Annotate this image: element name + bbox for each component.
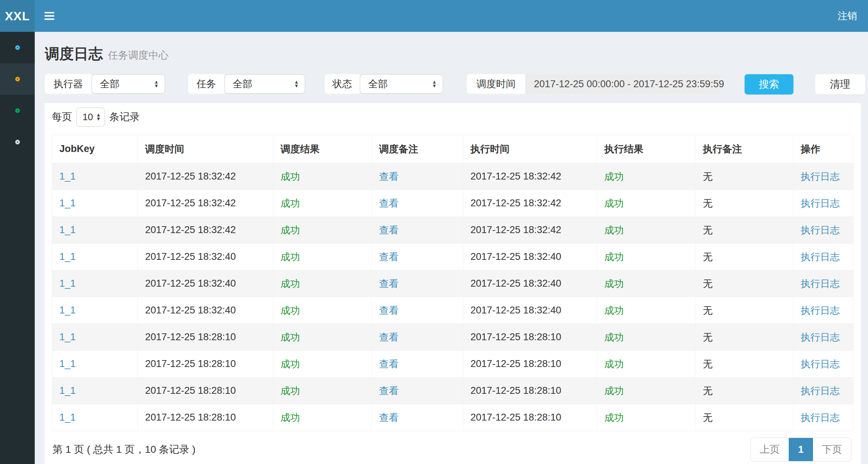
search-button[interactable]: 搜索 [745,74,793,94]
exec-log-link[interactable]: 执行日志 [801,305,840,316]
jobkey-link[interactable]: 1_1 [59,251,76,262]
jobkey-link[interactable]: 1_1 [59,278,76,289]
handle-time-cell-container: 2017-12-25 18:28:10 [463,351,597,377]
handle-msg-cell-container: 无 [695,324,793,351]
circle-outline-icon [15,108,20,113]
column-header-6: 执行备注 [695,135,793,163]
handle-time-cell-container: 2017-12-25 18:32:40 [463,270,597,297]
table-row: 1_12017-12-25 18:28:10成功查看2017-12-25 18:… [52,377,854,404]
exec-log-link[interactable]: 执行日志 [801,198,840,209]
page-size-select[interactable]: 10 ▲▼ [76,107,105,127]
sidebar-toggle-button[interactable] [45,8,61,24]
jobkey-link[interactable]: 1_1 [59,198,76,208]
exec-log-link-container: 执行日志 [793,163,853,190]
exec-log-link[interactable]: 执行日志 [801,359,840,370]
table-row: 1_12017-12-25 18:28:10成功查看2017-12-25 18:… [52,324,854,351]
handle-result-cell-container: 成功 [597,404,695,431]
jobkey-link[interactable]: 1_1 [59,385,76,396]
sidebar-item-2[interactable] [0,95,35,126]
navbar-body: 注销 [35,0,868,32]
trigger-msg-link[interactable]: 查看 [379,359,399,370]
trigger-msg-link[interactable]: 查看 [379,305,399,316]
handle-result-cell-container: 成功 [597,297,695,324]
trigger-msg-link-container: 查看 [372,163,463,190]
jobkey-link[interactable]: 1_1 [59,358,76,369]
exec-log-link[interactable]: 执行日志 [801,332,840,343]
sidebar-item-0[interactable] [0,32,35,63]
exec-log-link[interactable]: 执行日志 [801,412,840,423]
page-size-prefix: 每页 [52,110,72,124]
trigger-msg-link[interactable]: 查看 [379,385,399,396]
trigger-result-cell-container: 成功 [273,217,372,244]
handle-time-cell-container: 2017-12-25 18:32:40 [463,297,597,324]
app-logo: XXL [0,0,35,32]
pagination-summary: 第 1 页 ( 总共 1 页，10 条记录 ) [52,443,195,456]
prev-page-button[interactable]: 上页 [751,438,789,461]
executor-select[interactable]: 全部 ▲▼ [92,74,165,94]
handle-result-cell-container: 成功 [597,217,695,244]
trigger-result-cell-container: 成功 [273,270,372,297]
sidebar-item-3[interactable] [0,126,35,158]
exec-log-link-container: 执行日志 [793,190,853,217]
table-row: 1_12017-12-25 18:32:42成功查看2017-12-25 18:… [52,217,854,244]
pagination: 上页 1 下页 [750,438,851,461]
clear-button[interactable]: 清理 [815,74,865,94]
trigger-result-cell-container: 成功 [273,190,372,217]
exec-log-link[interactable]: 执行日志 [801,252,840,262]
trigger-msg-link[interactable]: 查看 [379,278,399,289]
sidebar-nav [0,32,35,464]
jobkey-link-container: 1_1 [52,244,138,270]
jobkey-link[interactable]: 1_1 [59,412,76,423]
current-page-button[interactable]: 1 [789,438,813,461]
jobkey-link[interactable]: 1_1 [59,224,76,235]
trigger-msg-link[interactable]: 查看 [379,412,399,423]
exec-log-link-container: 执行日志 [793,324,853,351]
trigger-time-cell-container: 2017-12-25 18:32:42 [138,190,273,217]
trigger-msg-link[interactable]: 查看 [379,171,399,182]
jobkey-link[interactable]: 1_1 [59,171,76,182]
select-caret-icon: ▲▼ [432,80,437,88]
exec-log-link-container: 执行日志 [793,217,853,244]
hamburger-icon [45,12,54,13]
exec-log-link[interactable]: 执行日志 [801,385,840,396]
trigger-msg-link-container: 查看 [372,297,463,324]
trigger-msg-link[interactable]: 查看 [379,332,399,343]
table-header-row: JobKey调度时间调度结果调度备注执行时间执行结果执行备注操作 [52,135,854,163]
trigger-msg-link-container: 查看 [372,190,463,217]
trigger-time-range-input[interactable]: 2017-12-25 00:00:00 - 2017-12-25 23:59:5… [525,74,720,94]
handle-time-cell-container: 2017-12-25 18:32:42 [463,217,597,244]
next-page-button[interactable]: 下页 [813,438,851,461]
jobkey-link-container: 1_1 [52,297,138,324]
table-row: 1_12017-12-25 18:32:42成功查看2017-12-25 18:… [52,163,854,190]
panel-footer: 第 1 页 ( 总共 1 页，10 条记录 ) 上页 1 下页 [52,438,851,461]
select-caret-icon: ▲▼ [294,80,299,88]
exec-log-link[interactable]: 执行日志 [801,278,840,289]
trigger-msg-link[interactable]: 查看 [379,198,399,209]
sidebar-item-1[interactable] [0,63,35,95]
jobkey-link[interactable]: 1_1 [59,332,76,342]
jobkey-link-container: 1_1 [52,163,138,190]
handle-msg-cell-container: 无 [695,217,793,244]
trigger-msg-link-container: 查看 [372,324,463,351]
job-filter-group: 任务 全部 ▲▼ [188,74,305,94]
page-title: 调度日志 [45,44,103,64]
column-header-7: 操作 [793,135,853,163]
trigger-result-cell-container: 成功 [273,377,372,404]
trigger-msg-link[interactable]: 查看 [379,225,399,236]
table-row: 1_12017-12-25 18:32:42成功查看2017-12-25 18:… [52,190,854,217]
trigger-result-cell-container: 成功 [273,324,372,351]
circle-outline-icon [15,77,20,81]
status-select[interactable]: 全部 ▲▼ [360,74,443,94]
trigger-msg-link[interactable]: 查看 [379,252,399,262]
handle-msg-cell-container: 无 [695,297,793,324]
trigger-time-cell-container: 2017-12-25 18:32:40 [138,297,273,324]
job-select[interactable]: 全部 ▲▼ [224,74,305,94]
jobkey-link[interactable]: 1_1 [59,305,76,316]
handle-msg-cell-container: 无 [695,351,793,377]
logout-link[interactable]: 注销 [838,9,857,22]
trigger-result-cell-container: 成功 [273,351,372,377]
exec-log-link[interactable]: 执行日志 [801,171,840,182]
exec-log-link[interactable]: 执行日志 [801,225,840,236]
handle-result-cell-container: 成功 [597,244,695,270]
log-panel: 每页 10 ▲▼ 条记录 JobKey调度时间调度结果调度备注执行时间执行结果执… [45,103,861,464]
